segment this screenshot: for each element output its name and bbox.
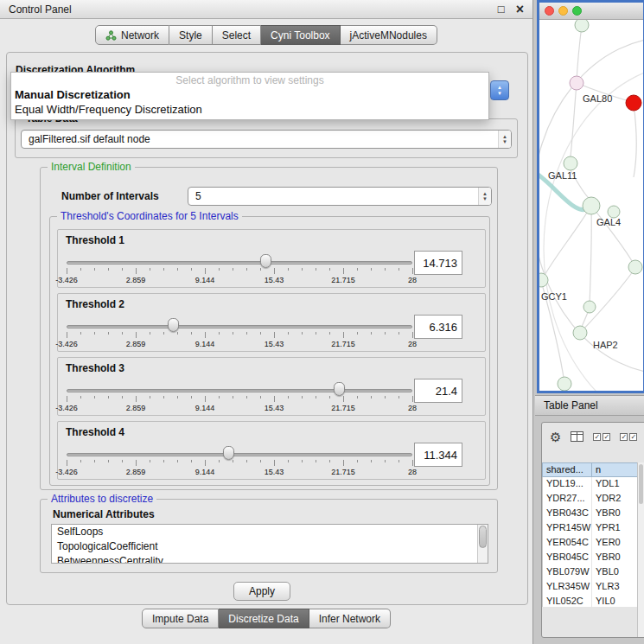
close-traffic-light-icon[interactable] xyxy=(545,6,554,16)
scale-label: 15.43 xyxy=(265,276,284,284)
numerical-attributes-label: Numerical Attributes xyxy=(53,508,155,520)
column-header-shared[interactable]: shared... xyxy=(542,462,591,477)
network-node[interactable] xyxy=(558,377,571,391)
algorithm-option-equal-width-frequency-discretization[interactable]: Equal Width/Frequency Discretization xyxy=(11,102,488,117)
network-node[interactable] xyxy=(570,76,583,90)
table-scrollbar-thumb[interactable] xyxy=(639,464,643,504)
table-row[interactable]: YBR045CYBR0 xyxy=(543,551,644,565)
tick-mark xyxy=(371,396,372,399)
attribute-item-selfloops[interactable]: SelfLoops xyxy=(52,525,488,539)
tab-impute-data[interactable]: Impute Data xyxy=(142,609,219,628)
threshold-value-field[interactable]: 21.4 xyxy=(414,379,462,403)
tick-mark xyxy=(136,460,137,466)
node-label-gcy1: GCY1 xyxy=(541,291,567,302)
tab-discretize-data[interactable]: Discretize Data xyxy=(219,609,309,628)
tab-network[interactable]: Network xyxy=(95,25,169,45)
threshold-panel-1: Threshold 1-3.4262.8599.14415.4321.71528… xyxy=(57,229,486,288)
table-cell: YDL1 xyxy=(592,477,644,492)
slider-thumb[interactable] xyxy=(168,318,179,332)
slider-track[interactable] xyxy=(67,389,412,392)
network-node[interactable] xyxy=(573,326,587,340)
network-node[interactable] xyxy=(575,20,589,32)
tick-mark xyxy=(246,460,247,462)
tab-jactivemnodules[interactable]: jActiveMNodules xyxy=(341,25,437,45)
list-scrollbar-thumb[interactable] xyxy=(479,526,487,548)
gear-icon[interactable]: ⚙ xyxy=(550,430,561,443)
network-node[interactable] xyxy=(608,206,620,218)
table-cell: YLR345W xyxy=(543,580,592,595)
network-node[interactable] xyxy=(626,95,641,111)
tick-mark xyxy=(246,268,247,271)
table-data-value: galFiltered.sif default node xyxy=(22,133,498,145)
table-row[interactable]: YPR145WYPR1 xyxy=(543,521,644,536)
threshold-panel-2: Threshold 2-3.4262.8599.14415.4321.71528… xyxy=(57,293,486,352)
slider-thumb[interactable] xyxy=(223,446,234,460)
table-cell: YPR1 xyxy=(592,521,644,536)
select-rows-checks-icon[interactable]: ✓ ✓ xyxy=(620,433,637,441)
column-header-n[interactable]: n xyxy=(591,462,644,477)
tick-mark xyxy=(385,396,386,399)
tick-mark xyxy=(399,332,399,335)
list-scrollbar[interactable] xyxy=(477,525,488,563)
table-data-combobox[interactable]: galFiltered.sif default node ▲▼ xyxy=(21,130,512,149)
algorithm-combo-stepper[interactable]: ▲▼ xyxy=(490,80,509,100)
combo-stepper-icon: ▲▼ xyxy=(498,131,511,148)
number-of-intervals-combobox[interactable]: 5 ▲▼ xyxy=(188,187,492,206)
attribute-item-betweennesscentrality[interactable]: BetweennessCentrality xyxy=(52,554,488,564)
tick-mark xyxy=(343,268,344,274)
table-row[interactable]: YLR345WYLR3 xyxy=(543,580,644,595)
minimize-traffic-light-icon[interactable] xyxy=(558,6,568,16)
float-window-icon[interactable]: □ xyxy=(498,3,505,15)
tick-mark xyxy=(260,460,261,462)
apply-button[interactable]: Apply xyxy=(233,582,290,601)
scale-label: 28 xyxy=(408,340,417,348)
table-scrollbar[interactable] xyxy=(637,462,644,637)
tick-mark xyxy=(191,396,192,399)
table-column-headers: shared...n xyxy=(542,462,644,477)
table-row[interactable]: YBR043CYBR0 xyxy=(543,507,644,521)
tick-mark xyxy=(288,332,289,335)
network-node[interactable] xyxy=(583,197,600,214)
tab-select[interactable]: Select xyxy=(213,25,261,45)
tick-mark xyxy=(80,268,81,271)
slider-track[interactable] xyxy=(67,453,412,456)
table-cell: YER0 xyxy=(592,536,644,551)
slider-track[interactable] xyxy=(67,261,412,265)
table-row[interactable]: YIL052CYIL0 xyxy=(543,595,644,607)
threshold-value-field[interactable]: 11.344 xyxy=(414,443,462,467)
table-data-group: Table Data galFiltered.sif default node … xyxy=(15,118,518,158)
tab-cyni-toolbox[interactable]: Cyni Toolbox xyxy=(261,25,340,45)
attribute-item-topologicalcoefficient[interactable]: TopologicalCoefficient xyxy=(52,539,488,554)
slider-thumb[interactable] xyxy=(260,254,271,268)
table-row[interactable]: YDL19...YDL1 xyxy=(543,477,644,492)
threshold-value-field[interactable]: 6.316 xyxy=(414,315,462,339)
scale-label: 28 xyxy=(408,468,417,476)
tab-label: Cyni Toolbox xyxy=(271,29,329,41)
slider-ticks xyxy=(67,268,412,274)
tick-mark xyxy=(205,396,206,402)
tick-mark xyxy=(150,460,150,462)
threshold-value-field[interactable]: 14.713 xyxy=(414,251,462,275)
table-row[interactable]: YDR27...YDR2 xyxy=(543,492,644,507)
network-canvas[interactable]: GAL80GAL11GAL4GCY1HAP2 xyxy=(539,20,643,391)
tab-infer-network[interactable]: Infer Network xyxy=(309,609,391,628)
tab-style[interactable]: Style xyxy=(169,25,213,45)
network-node[interactable] xyxy=(583,301,596,313)
thresholds-group: Threshold's Coordinates for 5 Intervals … xyxy=(49,216,490,486)
zoom-traffic-light-icon[interactable] xyxy=(572,6,582,16)
table-row[interactable]: YER054CYER0 xyxy=(543,536,644,551)
network-node[interactable] xyxy=(628,260,642,274)
control-panel-window: Control Panel □ × NetworkStyleSelectCyni… xyxy=(0,0,533,644)
slider-thumb[interactable] xyxy=(334,382,345,396)
algorithm-option-manual-discretization[interactable]: Manual Discretization xyxy=(11,87,488,102)
slider-track[interactable] xyxy=(67,325,412,328)
tick-mark xyxy=(205,268,206,274)
select-columns-checks-icon[interactable]: ✓ ✓ xyxy=(593,433,610,441)
network-node[interactable] xyxy=(564,156,577,170)
table-row[interactable]: YBL079WYBL0 xyxy=(543,565,644,580)
columns-icon[interactable] xyxy=(571,431,583,442)
table-panel-header: Table Panel xyxy=(535,395,644,416)
scale-label: 15.43 xyxy=(265,404,284,412)
close-window-icon[interactable]: × xyxy=(516,3,524,16)
network-canvas-wrap: GAL80GAL11GAL4GCY1HAP2 xyxy=(539,20,643,391)
